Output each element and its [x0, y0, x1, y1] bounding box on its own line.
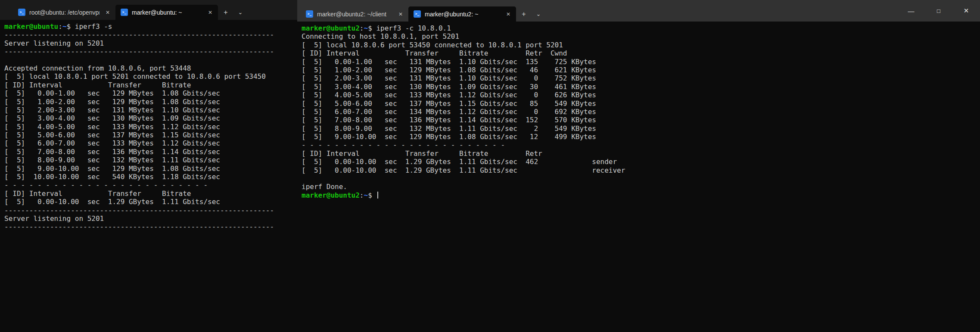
tab-marker-ubuntu2-client[interactable]: >_ marker@ubuntu2: ~/client ✕ [301, 6, 408, 22]
terminal-text: [ 5] 8.00-9.00 sec 132 MBytes 1.11 Gbits… [302, 124, 596, 133]
terminal-text: [ 5] 1.00-2.00 sec 129 MBytes 1.08 Gbits… [302, 66, 596, 74]
tab-root-ubuntu-openvpn[interactable]: >_ root@ubuntu: /etc/openvpn ✕ [13, 5, 115, 20]
terminal-window-server: >_ root@ubuntu: /etc/openvpn ✕ >_ marker… [0, 0, 297, 332]
terminal-line: iperf Done. [302, 183, 980, 191]
terminal-text [4, 56, 9, 64]
terminal-line: [ 5] 3.00-4.00 sec 130 MBytes 1.09 Gbits… [4, 114, 297, 122]
tab-close-icon[interactable]: ✕ [206, 9, 215, 16]
terminal-text: marker@ubuntu2 [302, 24, 360, 32]
terminal-text: ~ [364, 191, 368, 199]
tab-marker-ubuntu2[interactable]: >_ marker@ubuntu2: ~ ✕ [408, 6, 516, 22]
terminal-text: [ 5] 0.00-10.00 sec 1.29 GBytes 1.11 Gbi… [4, 198, 220, 206]
terminal-line: marker@ubuntu2:~$ iperf3 -c 10.8.0.1 [302, 24, 980, 32]
terminal-line: - - - - - - - - - - - - - - - - - - - - … [4, 181, 297, 189]
terminal-text: : [360, 191, 364, 199]
terminal-text: $ [368, 191, 376, 199]
terminal-text: [ 5] 6.00-7.00 sec 133 MBytes 1.12 Gbits… [4, 139, 220, 147]
terminal-text: [ 5] 2.00-3.00 sec 131 MBytes 1.10 Gbits… [4, 106, 220, 114]
terminal-text: Server listening on 5201 [4, 39, 104, 47]
new-tab-button[interactable]: + [218, 5, 233, 20]
terminal-text: [ 5] 7.00-8.00 sec 136 MBytes 1.14 Gbits… [302, 116, 596, 124]
shell-icon: >_ [414, 10, 421, 18]
terminal-text: Connecting to host 10.8.0.1, port 5201 [302, 32, 459, 40]
terminal-text: ~ [364, 24, 368, 32]
terminal-text: : [58, 22, 62, 31]
terminal-text: [ 5] 10.00-10.00 sec 540 KBytes 1.18 Gbi… [4, 173, 220, 181]
terminal-line: ----------------------------------------… [4, 47, 297, 56]
tab-close-icon[interactable]: ✕ [504, 11, 513, 18]
terminal-text: ----------------------------------------… [4, 206, 274, 214]
tab-dropdown-button[interactable]: ⌄ [532, 6, 545, 22]
terminal-text: ----------------------------------------… [4, 47, 274, 56]
terminal-text: [ 5] 1.00-2.00 sec 129 MBytes 1.08 Gbits… [4, 98, 220, 106]
terminal-line: Server listening on 5201 [4, 214, 297, 223]
terminal-text: ----------------------------------------… [4, 223, 274, 231]
terminal-line: [ 5] local 10.8.0.1 port 5201 connected … [4, 72, 297, 81]
terminal-text: [ 5] 0.00-10.00 sec 1.29 GBytes 1.11 Gbi… [302, 166, 625, 174]
terminal-text: [ 5] 9.00-10.00 sec 129 MBytes 1.08 Gbit… [4, 164, 220, 173]
terminal-text: [ ID] Interval Transfer Bitrate Retr Cwn… [302, 49, 567, 57]
terminal-output-server[interactable]: marker@ubuntu:~$ iperf3 -s--------------… [0, 20, 297, 332]
shell-icon: >_ [121, 9, 128, 16]
close-window-button[interactable]: ✕ [952, 0, 980, 22]
terminal-line: [ 5] 8.00-9.00 sec 132 MBytes 1.11 Gbits… [302, 124, 980, 133]
terminal-line: [ 5] 4.00-5.00 sec 133 MBytes 1.12 Gbits… [4, 123, 297, 131]
terminal-text: [ ID] Interval Transfer Bitrate [4, 189, 191, 198]
terminal-text: - - - - - - - - - - - - - - - - - - - - … [302, 141, 505, 149]
terminal-text: - - - - - - - - - - - - - - - - - - - - … [4, 181, 208, 189]
terminal-text: [ 5] 8.00-9.00 sec 132 MBytes 1.11 Gbits… [4, 156, 220, 164]
terminal-text: [ 5] 5.00-6.00 sec 137 MBytes 1.15 Gbits… [302, 99, 596, 108]
tab-close-icon[interactable]: ✕ [103, 9, 112, 16]
terminal-text [302, 174, 306, 183]
terminal-text: [ 5] 0.00-1.00 sec 129 MBytes 1.08 Gbits… [4, 89, 220, 97]
window-controls: — □ ✕ [897, 0, 980, 22]
terminal-text: [ 5] 0.00-10.00 sec 1.29 GBytes 1.11 Gbi… [302, 158, 617, 166]
terminal-text: [ 5] 3.00-4.00 sec 130 MBytes 1.09 Gbits… [302, 83, 596, 91]
terminal-text: marker@ubuntu2 [302, 191, 360, 199]
new-tab-button[interactable]: + [516, 6, 532, 22]
terminal-line: [ 5] 0.00-10.00 sec 1.29 GBytes 1.11 Gbi… [4, 198, 297, 206]
maximize-button[interactable]: □ [925, 0, 952, 22]
tab-title: marker@ubuntu2: ~/client [317, 11, 392, 18]
terminal-window-client: >_ marker@ubuntu2: ~/client ✕ >_ marker@… [297, 0, 980, 332]
terminal-line: [ 5] 7.00-8.00 sec 136 MBytes 1.14 Gbits… [302, 116, 980, 124]
terminal-text: [ ID] Interval Transfer Bitrate [4, 81, 191, 89]
terminal-text: $ iperf3 -c 10.8.0.1 [368, 24, 451, 32]
terminal-cursor [377, 192, 378, 199]
left-tab-bar: >_ root@ubuntu: /etc/openvpn ✕ >_ marker… [0, 0, 297, 20]
terminal-line: [ ID] Interval Transfer Bitrate [4, 81, 297, 89]
tab-title: root@ubuntu: /etc/openvpn [29, 9, 100, 16]
terminal-line: [ ID] Interval Transfer Bitrate Retr [302, 149, 980, 158]
terminal-line: [ 5] 1.00-2.00 sec 129 MBytes 1.08 Gbits… [302, 66, 980, 74]
terminal-line: ----------------------------------------… [4, 223, 297, 231]
terminal-text: [ 5] 6.00-7.00 sec 134 MBytes 1.12 Gbits… [302, 108, 596, 116]
tab-close-icon[interactable]: ✕ [396, 11, 405, 18]
right-tab-bar: >_ marker@ubuntu2: ~/client ✕ >_ marker@… [297, 0, 980, 22]
terminal-line: [ 5] 0.00-1.00 sec 129 MBytes 1.08 Gbits… [4, 89, 297, 97]
terminal-text: ~ [62, 22, 67, 31]
tab-dropdown-button[interactable]: ⌄ [233, 5, 247, 20]
terminal-line: Server listening on 5201 [4, 39, 297, 47]
terminal-text: $ iperf3 -s [67, 22, 112, 31]
minimize-button[interactable]: — [897, 0, 925, 22]
terminal-line: [ 5] 5.00-6.00 sec 137 MBytes 1.15 Gbits… [4, 131, 297, 139]
terminal-text: marker@ubuntu [4, 22, 58, 31]
tab-title: marker@ubuntu2: ~ [425, 11, 500, 18]
terminal-text: [ ID] Interval Transfer Bitrate Retr [302, 149, 542, 158]
terminal-text: [ 5] 2.00-3.00 sec 131 MBytes 1.10 Gbits… [302, 74, 596, 82]
terminal-text: ----------------------------------------… [4, 31, 274, 39]
terminal-text: [ 5] 4.00-5.00 sec 133 MBytes 1.12 Gbits… [4, 123, 220, 131]
terminal-line: [ 5] 5.00-6.00 sec 137 MBytes 1.15 Gbits… [302, 99, 980, 108]
terminal-line: Accepted connection from 10.8.0.6, port … [4, 64, 297, 72]
terminal-line: ----------------------------------------… [4, 206, 297, 214]
shell-icon: >_ [18, 9, 25, 16]
tab-marker-ubuntu[interactable]: >_ marker@ubuntu: ~ ✕ [115, 5, 218, 20]
terminal-output-client[interactable]: marker@ubuntu2:~$ iperf3 -c 10.8.0.1Conn… [297, 22, 980, 332]
terminal-line: [ 5] 0.00-10.00 sec 1.29 GBytes 1.11 Gbi… [302, 158, 980, 166]
terminal-line: [ ID] Interval Transfer Bitrate [4, 189, 297, 198]
terminal-text: [ 5] 7.00-8.00 sec 136 MBytes 1.14 Gbits… [4, 148, 220, 156]
terminal-text: Server listening on 5201 [4, 214, 104, 223]
terminal-text: [ 5] 5.00-6.00 sec 137 MBytes 1.15 Gbits… [4, 131, 220, 139]
terminal-text: [ 5] local 10.8.0.6 port 53450 connected… [302, 41, 563, 49]
terminal-line: [ ID] Interval Transfer Bitrate Retr Cwn… [302, 49, 980, 57]
